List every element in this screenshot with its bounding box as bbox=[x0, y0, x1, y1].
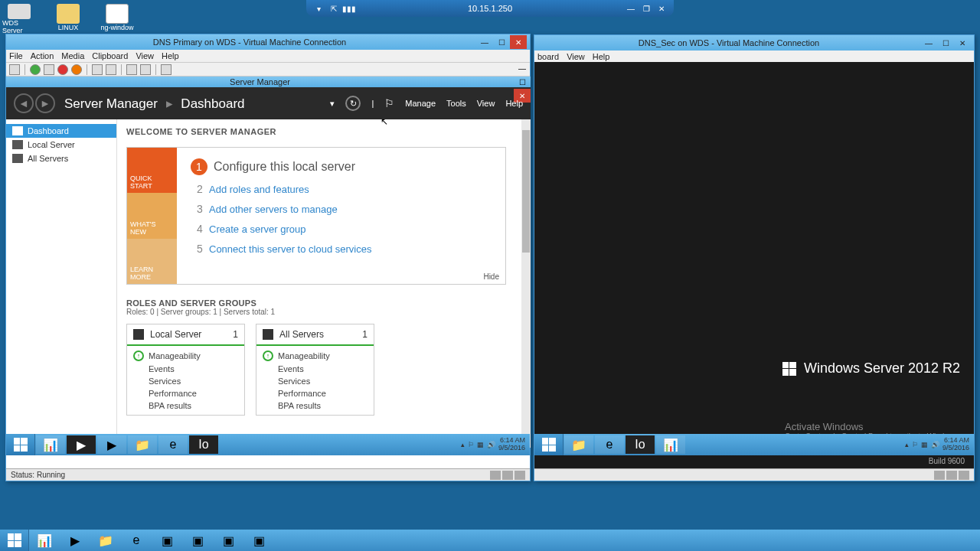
menu-help[interactable]: Help bbox=[505, 99, 523, 108]
card-all-servers[interactable]: All Servers1 ↑Manageability Events Servi… bbox=[256, 324, 374, 416]
add-roles-link[interactable]: Add roles and features bbox=[209, 184, 309, 195]
close-button[interactable]: ✕ bbox=[954, 36, 971, 50]
tray-flag-icon[interactable]: ⚐ bbox=[912, 441, 918, 448]
menu-clipboard[interactable]: Clipboard bbox=[92, 51, 128, 60]
tab-learn-more[interactable]: LEARN MORE bbox=[127, 239, 177, 284]
close-button[interactable]: ✕ bbox=[510, 35, 527, 49]
task-io[interactable]: Io bbox=[189, 435, 218, 454]
maximize-button[interactable]: ☐ bbox=[937, 36, 954, 50]
row-events[interactable]: Events bbox=[133, 363, 238, 375]
card-local-server[interactable]: Local Server1 ↑Manageability Events Serv… bbox=[126, 324, 245, 416]
task-powershell2[interactable]: ▶ bbox=[97, 435, 126, 454]
sm-maximize-button[interactable]: ☐ bbox=[514, 75, 531, 89]
notifications-flag-icon[interactable]: ⚐ bbox=[384, 97, 394, 109]
dropdown-icon[interactable]: ▾ bbox=[312, 3, 325, 14]
vm-primary-titlebar[interactable]: DNS Primary on WDS - Virtual Machine Con… bbox=[6, 34, 530, 50]
tray-volume-icon[interactable]: 🔊 bbox=[931, 441, 939, 448]
start-button[interactable] bbox=[6, 434, 35, 455]
row-services[interactable]: Services bbox=[263, 375, 368, 387]
tray-network-icon[interactable]: ▦ bbox=[477, 441, 484, 448]
menu-view[interactable]: View bbox=[477, 99, 495, 108]
task-ie[interactable]: e bbox=[158, 435, 188, 454]
refresh-icon[interactable]: ↻ bbox=[345, 96, 361, 111]
menu-view[interactable]: View bbox=[136, 51, 154, 60]
maximize-button[interactable]: ☐ bbox=[493, 35, 510, 49]
menu-tools[interactable]: Tools bbox=[446, 99, 466, 108]
hide-link[interactable]: Hide bbox=[483, 272, 499, 281]
menu-file[interactable]: File bbox=[9, 51, 23, 60]
task-server-manager[interactable]: 📊 bbox=[656, 435, 685, 454]
shutdown-icon[interactable] bbox=[57, 64, 68, 75]
menu-help[interactable]: Help bbox=[593, 52, 610, 61]
tray-flag-icon[interactable]: ⚐ bbox=[468, 441, 474, 448]
ctrl-alt-del-icon[interactable] bbox=[9, 64, 20, 75]
tray-clock[interactable]: 6:14 AM9/5/2016 bbox=[498, 437, 525, 452]
task-io[interactable]: Io bbox=[626, 435, 655, 454]
row-bpa[interactable]: BPA results bbox=[133, 399, 238, 412]
menu-media[interactable]: Media bbox=[61, 51, 84, 60]
configure-local-server-link[interactable]: Configure this local server bbox=[214, 160, 355, 174]
menu-help[interactable]: Help bbox=[162, 51, 179, 60]
reset-icon[interactable] bbox=[106, 64, 116, 75]
row-manageability[interactable]: ↑Manageability bbox=[263, 349, 368, 363]
forward-button[interactable]: ► bbox=[35, 93, 55, 113]
sm-minimize-button[interactable]: — bbox=[514, 61, 531, 75]
task-app2[interactable]: ▣ bbox=[214, 531, 243, 549]
minimize-button[interactable]: — bbox=[920, 36, 937, 50]
task-explorer[interactable]: 📁 bbox=[91, 531, 120, 549]
share-icon[interactable] bbox=[161, 64, 172, 75]
desktop-icon-wds[interactable]: WDS Server bbox=[2, 4, 36, 34]
desktop-icon-linux[interactable]: LINUX bbox=[51, 4, 85, 34]
row-services[interactable]: Services bbox=[133, 375, 238, 387]
sidebar-item-local-server[interactable]: Local Server bbox=[6, 138, 116, 152]
add-servers-link[interactable]: Add other servers to manage bbox=[209, 204, 338, 215]
vm-sec-titlebar[interactable]: DNS_Sec on WDS - Virtual Machine Connect… bbox=[534, 35, 974, 51]
task-powershell[interactable]: ▶ bbox=[67, 435, 96, 454]
task-hyperv[interactable]: ▣ bbox=[152, 531, 181, 549]
minimize-icon[interactable]: — bbox=[625, 3, 637, 14]
sidebar-item-all-servers[interactable]: All Servers bbox=[6, 152, 116, 165]
menu-manage[interactable]: Manage bbox=[405, 99, 436, 108]
task-ie[interactable]: e bbox=[595, 435, 624, 454]
create-group-link[interactable]: Create a server group bbox=[209, 223, 305, 235]
tray-volume-icon[interactable]: 🔊 bbox=[487, 441, 495, 448]
pin-icon[interactable]: ⇱ bbox=[328, 3, 340, 14]
row-manageability[interactable]: ↑Manageability bbox=[133, 349, 238, 363]
scrollbar[interactable] bbox=[521, 119, 531, 448]
row-performance[interactable]: Performance bbox=[133, 387, 238, 399]
row-events[interactable]: Events bbox=[263, 363, 368, 375]
start-button[interactable] bbox=[534, 434, 564, 455]
task-explorer[interactable]: 📁 bbox=[564, 435, 593, 454]
back-button[interactable]: ◄ bbox=[14, 93, 34, 113]
row-performance[interactable]: Performance bbox=[263, 387, 368, 399]
tab-quick-start[interactable]: QUICK START bbox=[127, 148, 177, 193]
start-icon[interactable] bbox=[30, 64, 41, 75]
vm-sec-desktop[interactable]: Windows Server 2012 R2 Activate Windows … bbox=[534, 62, 974, 481]
task-app1[interactable]: ▣ bbox=[183, 531, 212, 549]
revert-icon[interactable] bbox=[140, 64, 151, 75]
task-explorer[interactable]: 📁 bbox=[128, 435, 157, 454]
row-bpa[interactable]: BPA results bbox=[263, 399, 368, 412]
task-ie[interactable]: e bbox=[122, 531, 151, 549]
task-server-manager[interactable]: 📊 bbox=[30, 531, 59, 549]
menu-action[interactable]: Action bbox=[31, 51, 54, 60]
desktop-icon-ngwindow[interactable]: ng-window bbox=[100, 4, 134, 34]
tray-clock[interactable]: 6:14 AM9/5/2016 bbox=[942, 437, 969, 452]
host-start-button[interactable] bbox=[0, 530, 29, 551]
task-app3[interactable]: ▣ bbox=[244, 531, 273, 549]
restore-icon[interactable]: ❐ bbox=[640, 3, 652, 14]
scrollbar-thumb[interactable] bbox=[522, 130, 530, 253]
close-icon[interactable]: ✕ bbox=[655, 3, 668, 14]
task-powershell[interactable]: ▶ bbox=[60, 531, 90, 549]
tray-up-icon[interactable]: ▴ bbox=[905, 441, 909, 448]
menu-view[interactable]: View bbox=[567, 52, 585, 61]
checkpoint-icon[interactable] bbox=[126, 64, 137, 75]
tray-up-icon[interactable]: ▴ bbox=[461, 441, 465, 448]
menu-clipboard[interactable]: board bbox=[537, 52, 559, 61]
server-manager-titlebar[interactable]: Server Manager — ☐ ✕ bbox=[6, 77, 531, 87]
pause-icon[interactable] bbox=[92, 64, 103, 75]
sidebar-item-dashboard[interactable]: Dashboard bbox=[6, 124, 116, 138]
minimize-button[interactable]: — bbox=[476, 35, 493, 49]
save-icon[interactable] bbox=[71, 64, 82, 75]
task-server-manager[interactable]: 📊 bbox=[36, 435, 65, 454]
